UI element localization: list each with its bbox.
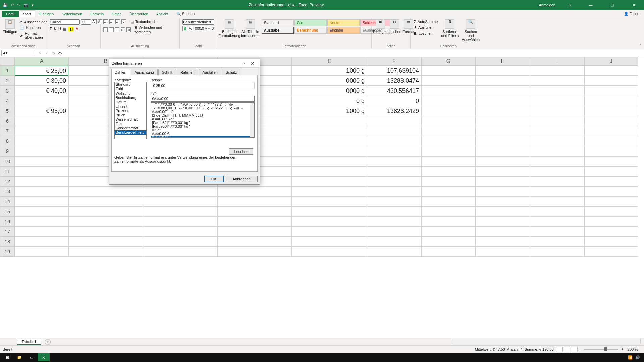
cell-A10[interactable]	[15, 156, 68, 166]
cell-E10[interactable]	[292, 156, 367, 166]
minimize-icon[interactable]: ―	[583, 3, 598, 7]
category-list[interactable]: StandardZahlWährungBuchhaltungDatumUhrze…	[114, 82, 147, 139]
qat-dropdown-icon[interactable]: ▾	[32, 3, 34, 7]
cell-F1[interactable]: 107,639104	[367, 66, 421, 76]
taskbar-excel-icon[interactable]: X	[38, 353, 50, 361]
cell-A15[interactable]	[15, 206, 68, 217]
cell-J10[interactable]	[584, 156, 638, 166]
tab-formulas[interactable]: Formeln	[86, 11, 108, 17]
col-header-J[interactable]: J	[584, 57, 638, 66]
category-item[interactable]: Währung	[115, 91, 146, 96]
align-middle-icon[interactable]: ≡	[109, 19, 114, 24]
dlg-tab-zahlen[interactable]: Zahlen	[111, 69, 130, 75]
tab-review[interactable]: Überprüfen	[126, 11, 152, 17]
cell-J9[interactable]	[584, 146, 638, 156]
col-header-E[interactable]: E	[292, 57, 367, 66]
cell-E6[interactable]	[292, 116, 367, 126]
cell-B14[interactable]	[68, 196, 143, 206]
cell-I7[interactable]	[530, 126, 584, 136]
cut-button[interactable]: ✂ Ausschneiden	[19, 19, 48, 24]
border-button[interactable]: ▦	[63, 27, 66, 31]
cell-C13[interactable]	[143, 186, 217, 196]
fill-button[interactable]: ⬇ Ausfüllen	[413, 25, 438, 30]
cell-D18[interactable]	[217, 237, 292, 247]
view-layout-icon[interactable]	[564, 347, 570, 352]
copy-button[interactable]: 📄 Kopieren	[19, 25, 48, 30]
cell-A14[interactable]	[15, 196, 68, 206]
row-header-17[interactable]: 17	[0, 227, 15, 237]
cell-B18[interactable]	[68, 237, 143, 247]
col-header-H[interactable]: H	[476, 57, 530, 66]
cell-I13[interactable]	[530, 186, 584, 196]
zoom-in-icon[interactable]: ＋	[621, 347, 624, 352]
cell-H14[interactable]	[476, 196, 530, 206]
cell-E11[interactable]	[292, 166, 367, 176]
cell-J3[interactable]	[584, 86, 638, 96]
number-format-select[interactable]	[182, 19, 214, 25]
cell-I18[interactable]	[530, 237, 584, 247]
cell-J17[interactable]	[584, 227, 638, 237]
cell-F3[interactable]: 430,556417	[367, 86, 421, 96]
category-item[interactable]: Zahl	[115, 87, 146, 91]
align-top-icon[interactable]: ≡	[103, 19, 108, 24]
cell-I8[interactable]	[530, 136, 584, 146]
cell-A11[interactable]	[15, 166, 68, 176]
cell-D14[interactable]	[217, 196, 292, 206]
fx-icon[interactable]: fx	[52, 51, 55, 55]
underline-button[interactable]: U	[58, 27, 61, 31]
cell-G5[interactable]	[421, 106, 476, 116]
cell-B13[interactable]	[68, 186, 143, 196]
cell-G10[interactable]	[421, 156, 476, 166]
cell-F6[interactable]	[367, 116, 421, 126]
tray-volume-icon[interactable]: 🔊	[635, 355, 640, 360]
cell-H2[interactable]	[476, 76, 530, 86]
align-bottom-icon[interactable]: ≡	[115, 19, 120, 24]
cell-B19[interactable]	[68, 247, 143, 257]
cell-A5[interactable]: € 95,00	[15, 106, 68, 116]
tab-view[interactable]: Ansicht	[152, 11, 172, 17]
dlg-tab-schutz[interactable]: Schutz	[222, 69, 241, 75]
cell-I11[interactable]	[530, 166, 584, 176]
merge-button[interactable]: ⊞ Verbinden und zentrieren	[134, 25, 177, 34]
cell-D15[interactable]	[217, 206, 292, 217]
row-header-2[interactable]: 2	[0, 76, 15, 86]
cell-E19[interactable]	[292, 247, 367, 257]
horizontal-scrollbar[interactable]	[453, 339, 641, 344]
row-header-6[interactable]: 6	[0, 116, 15, 126]
formula-bar[interactable]: fx25	[50, 50, 644, 56]
cell-E17[interactable]	[292, 227, 367, 237]
taskbar-explorer-icon[interactable]: 📁	[13, 353, 25, 361]
cell-D17[interactable]	[217, 227, 292, 237]
cell-A1[interactable]: € 25,00	[15, 66, 68, 76]
cell-E9[interactable]	[292, 146, 367, 156]
cell-B15[interactable]	[68, 206, 143, 217]
dlg-tab-rahmen[interactable]: Rahmen	[177, 69, 198, 75]
cell-H4[interactable]	[476, 96, 530, 106]
cell-I15[interactable]	[530, 206, 584, 217]
cell-E18[interactable]	[292, 237, 367, 247]
cell-H9[interactable]	[476, 146, 530, 156]
row-header-9[interactable]: 9	[0, 146, 15, 156]
ribbon-options-icon[interactable]: ▭	[561, 3, 577, 7]
cell-I3[interactable]	[530, 86, 584, 96]
style-neutral[interactable]: Neutral	[327, 19, 360, 26]
cell-E12[interactable]	[292, 176, 367, 186]
cell-A9[interactable]	[15, 146, 68, 156]
cell-H7[interactable]	[476, 126, 530, 136]
row-header-11[interactable]: 11	[0, 166, 15, 176]
row-header-4[interactable]: 4	[0, 96, 15, 106]
tab-layout[interactable]: Seitenlayout	[58, 11, 86, 17]
cell-F2[interactable]: 13288,0474	[367, 76, 421, 86]
category-item[interactable]: Sonderformat	[115, 126, 146, 130]
cell-G6[interactable]	[421, 116, 476, 126]
redo-icon[interactable]: ↷	[17, 3, 20, 7]
indent-inc-icon[interactable]: ⇥	[126, 27, 131, 32]
row-header-10[interactable]: 10	[0, 156, 15, 166]
col-header-A[interactable]: A	[15, 57, 68, 66]
cell-I9[interactable]	[530, 146, 584, 156]
inc-decimal-icon[interactable]: .0→	[201, 26, 205, 31]
cell-I1[interactable]	[530, 66, 584, 76]
cell-H13[interactable]	[476, 186, 530, 196]
collapse-ribbon-icon[interactable]: ⌃	[639, 44, 642, 48]
start-button[interactable]: ⊞	[1, 353, 13, 361]
